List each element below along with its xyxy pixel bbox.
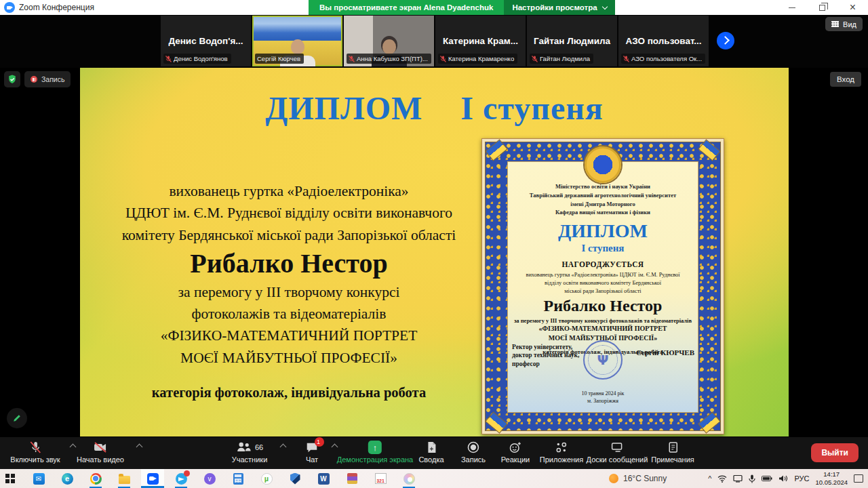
notes-button[interactable]: Примечания xyxy=(651,441,694,464)
taskbar-icon-utorrent[interactable] xyxy=(260,472,273,485)
taskbar-icon-media321[interactable] xyxy=(374,472,387,485)
minimize-icon xyxy=(789,7,795,8)
participant-tile-active-speaker[interactable]: Сергій Кюрчев xyxy=(252,16,342,66)
mute-options-chevron[interactable] xyxy=(70,444,77,451)
participant-tile[interactable]: Катерина Крам... Катерина Крамаренко xyxy=(435,16,526,66)
unmute-button[interactable]: Включить звук xyxy=(10,441,60,464)
shared-slide: ДИПЛОМІ ступеня вихованець гуртка «Радіо… xyxy=(80,68,789,436)
certificate-recipient-name: Рибалко Нестор xyxy=(513,297,692,316)
flag-ornament-icon xyxy=(485,139,508,161)
hidden-icons-chevron[interactable]: ^ xyxy=(708,474,711,483)
certificate-reason-line: за перемогу у ІІІ творчому конкурсі фото… xyxy=(513,317,692,324)
shared-screen-stage: Запись Вход ДИПЛОМІ ступеня вихованець г… xyxy=(0,68,868,437)
apps-button[interactable]: Приложения xyxy=(540,441,583,464)
taskbar-icon-defender[interactable] xyxy=(289,472,301,485)
participants-icon: 66 xyxy=(236,441,263,454)
certificate-body: Міністерство освіти і науки України Тавр… xyxy=(507,161,698,413)
action-center-icon[interactable] xyxy=(854,474,863,483)
taskbar-icon-zoom[interactable] xyxy=(146,472,159,485)
wifi-icon[interactable] xyxy=(717,474,727,483)
taskbar-icon-chrome[interactable] xyxy=(90,472,102,485)
display-cast-icon[interactable] xyxy=(733,474,743,483)
utorrent-icon xyxy=(261,473,273,485)
paint-icon xyxy=(403,473,415,485)
muted-mic-icon xyxy=(165,56,172,62)
restore-button[interactable] xyxy=(807,0,837,15)
taskbar-icon-calculator[interactable] xyxy=(232,472,244,485)
certificate-awarded-label: НАГОРОДЖУЄТЬСЯ xyxy=(513,260,692,268)
participant-tile[interactable]: Гайтан Людмила Гайтан Людмила xyxy=(527,16,617,66)
battery-icon[interactable] xyxy=(762,475,772,482)
taskbar-date: 10.05.2024 xyxy=(815,479,848,487)
calculator-icon xyxy=(233,473,243,485)
zoom-logo-icon xyxy=(4,2,15,13)
medallion-icon xyxy=(585,146,621,183)
leave-meeting-button[interactable]: Выйти xyxy=(811,443,859,462)
certificate-date-block: 10 травня 2024 рік м. Запоріжжя xyxy=(508,390,698,405)
taskbar-icon-mail[interactable] xyxy=(33,472,45,485)
participants-button[interactable]: 66 Участники xyxy=(232,441,268,464)
chat-unread-badge: 1 xyxy=(315,437,324,447)
next-participants-button[interactable] xyxy=(717,32,734,49)
slide-intro-line: вихованець гуртка «Радіоелектроніка» xyxy=(99,180,479,202)
grid-view-icon xyxy=(831,21,839,27)
mic-tray-icon[interactable] xyxy=(749,474,755,483)
taskbar-icon-explorer[interactable] xyxy=(118,472,130,485)
reactions-button[interactable]: Реакции xyxy=(501,441,530,464)
zoom-meeting-window: Zoom Конференция Вы просматриваете экран… xyxy=(0,0,868,488)
certificate-title: ДИПЛОМ xyxy=(513,221,692,241)
view-settings-button[interactable]: Настройки просмотра xyxy=(504,0,614,15)
taskbar-weather[interactable]: 16°C Sunny xyxy=(609,469,667,488)
close-button[interactable] xyxy=(837,0,868,15)
participant-tile[interactable]: Денис Водоп'я... Денис Водоп'янов xyxy=(161,16,251,66)
mail-icon xyxy=(33,473,45,485)
taskbar-icon-viber[interactable] xyxy=(203,472,216,485)
volume-icon[interactable] xyxy=(778,474,788,483)
summary-button[interactable]: Сводка xyxy=(418,441,443,464)
taskbar-icon-paint[interactable] xyxy=(403,472,415,485)
whiteboards-button[interactable]: Доски сообщений xyxy=(587,441,648,464)
certificate-signer-role: Ректор університету, доктор технічних на… xyxy=(512,343,579,369)
participant-tile[interactable]: Анна Кабушко ЗП(ПТ)... xyxy=(344,16,434,66)
taskbar-clock[interactable]: 14:17 10.05.2024 xyxy=(815,470,848,487)
annotate-button[interactable] xyxy=(7,408,27,428)
taskbar-icon-telegram[interactable] xyxy=(175,472,187,485)
record-button[interactable]: Запись xyxy=(461,441,486,464)
record-icon xyxy=(467,441,480,454)
taskbar-icon-edge[interactable] xyxy=(61,472,73,485)
share-screen-button[interactable]: ↑ Демонстрация экрана xyxy=(337,441,413,464)
language-indicator[interactable]: РУС xyxy=(794,474,809,483)
university-seal-icon: Ψ xyxy=(583,340,623,380)
video-options-chevron[interactable] xyxy=(136,444,143,451)
security-shield-button[interactable] xyxy=(4,71,20,87)
muted-mic-icon xyxy=(623,56,629,62)
participant-tile[interactable]: АЗО пользоват... АЗО пользователя Ок... xyxy=(618,16,709,66)
participant-label: Денис Водоп'янов xyxy=(163,54,231,64)
slide-recipient-name: Рибалко Нестор xyxy=(99,246,479,281)
participant-label: АЗО пользователя Ок... xyxy=(621,54,705,64)
taskbar-time: 14:17 xyxy=(815,470,848,479)
pencil-icon xyxy=(12,413,22,424)
folder-icon xyxy=(119,476,130,484)
taskbar-icon-word[interactable] xyxy=(317,472,330,485)
chat-button[interactable]: 1 Чат xyxy=(305,441,319,464)
zoom-app-icon xyxy=(147,473,159,485)
view-settings-label: Настройки просмотра xyxy=(512,0,597,15)
system-tray: ^ РУС 14:17 10.05.2024 xyxy=(708,469,868,488)
view-layout-button[interactable]: Вид xyxy=(825,17,863,31)
whiteboard-icon xyxy=(610,441,624,454)
minimize-button[interactable] xyxy=(776,0,807,15)
participants-options-chevron[interactable] xyxy=(280,444,287,451)
flag-ornament-icon xyxy=(698,411,721,434)
slide-category-line: категорія фотоколаж, індивідуальна робот… xyxy=(99,385,479,401)
start-button[interactable] xyxy=(4,472,16,485)
taskbar-icon-winrar[interactable] xyxy=(346,472,358,485)
chevron-down-icon xyxy=(601,3,607,9)
windows-taskbar: 16°C Sunny ^ РУС 14:17 10.05.2024 xyxy=(0,469,868,488)
recording-label: Запись xyxy=(41,75,64,83)
join-button[interactable]: Вход xyxy=(830,72,861,87)
camera-off-icon xyxy=(93,441,108,454)
apps-icon xyxy=(555,441,568,454)
recording-indicator[interactable]: Запись xyxy=(24,71,71,87)
start-video-button[interactable]: Начать видео xyxy=(77,441,124,464)
